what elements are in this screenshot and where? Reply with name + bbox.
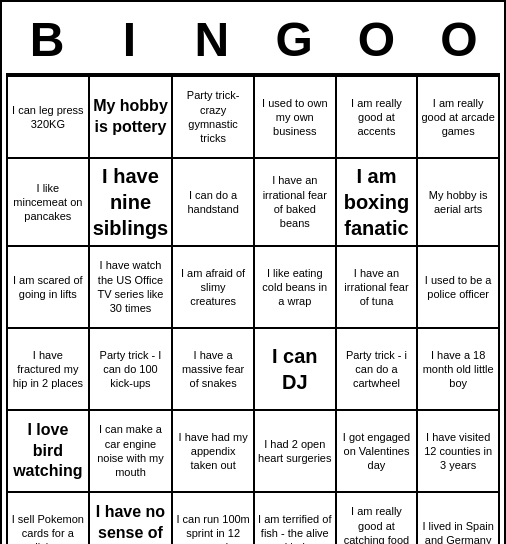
cell-text-32: I can run 100m sprint in 12 seconds [176,512,250,544]
bingo-cell-0[interactable]: I can leg press 320KG [8,77,90,159]
cell-text-16: I have an irrational fear of tuna [340,266,414,309]
bingo-cell-30[interactable]: I sell Pokemon cards for a living [8,493,90,544]
cell-text-4: I am really good at accents [340,96,414,139]
cell-text-11: My hobby is aerial arts [421,188,495,217]
letter-n: N [172,12,252,67]
cell-text-29: I have visited 12 counties in 3 years [421,430,495,473]
cell-text-20: I have a massive fear of snakes [176,348,250,391]
bingo-cell-27[interactable]: I had 2 open heart surgeries [255,411,337,493]
bingo-cell-15[interactable]: I like eating cold beans in a wrap [255,247,337,329]
cell-text-14: I am afraid of slimy creatures [176,266,250,309]
cell-text-13: I have watch the US Office TV series lik… [93,258,169,315]
bingo-card: B I N G O O I can leg press 320KGMy hobb… [0,0,506,544]
bingo-cell-7[interactable]: I have nine siblings [90,159,174,247]
bingo-cell-5[interactable]: I am really good at arcade games [418,77,500,159]
letter-b: B [7,12,87,67]
cell-text-9: I have an irrational fear of baked beans [258,173,332,230]
bingo-cell-4[interactable]: I am really good at accents [337,77,419,159]
bingo-cell-19[interactable]: Party trick - I can do 100 kick-ups [90,329,174,411]
bingo-cell-2[interactable]: Party trick- crazy gymnastic tricks [173,77,255,159]
cell-text-3: I used to own my own business [258,96,332,139]
bingo-cell-26[interactable]: I have had my appendix taken out [173,411,255,493]
cell-text-2: Party trick- crazy gymnastic tricks [176,88,250,145]
cell-text-31: I have no sense of smell [93,502,169,544]
bingo-cell-33[interactable]: I am terrified of fish - the alive kind [255,493,337,544]
cell-text-25: I can make a car engine noise with my mo… [93,422,169,479]
bingo-cell-9[interactable]: I have an irrational fear of baked beans [255,159,337,247]
cell-text-26: I have had my appendix taken out [176,430,250,473]
cell-text-15: I like eating cold beans in a wrap [258,266,332,309]
bingo-cell-14[interactable]: I am afraid of slimy creatures [173,247,255,329]
cell-text-23: I have a 18 month old little boy [421,348,495,391]
bingo-grid: I can leg press 320KGMy hobby is pottery… [6,75,500,544]
bingo-cell-8[interactable]: I can do a handstand [173,159,255,247]
bingo-cell-21[interactable]: I can DJ [255,329,337,411]
bingo-cell-22[interactable]: Party trick - i can do a cartwheel [337,329,419,411]
bingo-cell-16[interactable]: I have an irrational fear of tuna [337,247,419,329]
cell-text-24: I love bird watching [11,420,85,482]
bingo-cell-28[interactable]: I got engaged on Valentines day [337,411,419,493]
cell-text-34: I am really good at catching food in my … [340,504,414,544]
cell-text-1: My hobby is pottery [93,96,169,138]
cell-text-0: I can leg press 320KG [11,103,85,132]
cell-text-12: I am scared of going in lifts [11,273,85,302]
cell-text-17: I used to be a police officer [421,273,495,302]
cell-text-22: Party trick - i can do a cartwheel [340,348,414,391]
bingo-cell-11[interactable]: My hobby is aerial arts [418,159,500,247]
bingo-cell-13[interactable]: I have watch the US Office TV series lik… [90,247,174,329]
bingo-cell-6[interactable]: I like mincemeat on pancakes [8,159,90,247]
cell-text-5: I am really good at arcade games [421,96,495,139]
bingo-cell-3[interactable]: I used to own my own business [255,77,337,159]
letter-i: I [89,12,169,67]
cell-text-30: I sell Pokemon cards for a living [11,512,85,544]
bingo-cell-34[interactable]: I am really good at catching food in my … [337,493,419,544]
bingo-cell-20[interactable]: I have a massive fear of snakes [173,329,255,411]
letter-o1: O [336,12,416,67]
bingo-cell-32[interactable]: I can run 100m sprint in 12 seconds [173,493,255,544]
bingo-cell-18[interactable]: I have fractured my hip in 2 places [8,329,90,411]
bingo-header: B I N G O O [6,6,500,75]
cell-text-21: I can DJ [258,343,332,395]
bingo-cell-23[interactable]: I have a 18 month old little boy [418,329,500,411]
cell-text-6: I like mincemeat on pancakes [11,181,85,224]
cell-text-18: I have fractured my hip in 2 places [11,348,85,391]
bingo-cell-12[interactable]: I am scared of going in lifts [8,247,90,329]
cell-text-7: I have nine siblings [93,163,169,241]
bingo-cell-24[interactable]: I love bird watching [8,411,90,493]
bingo-cell-1[interactable]: My hobby is pottery [90,77,174,159]
cell-text-35: I lived in Spain and Germany [421,519,495,544]
cell-text-33: I am terrified of fish - the alive kind [258,512,332,544]
bingo-cell-35[interactable]: I lived in Spain and Germany [418,493,500,544]
letter-g: G [254,12,334,67]
bingo-cell-25[interactable]: I can make a car engine noise with my mo… [90,411,174,493]
bingo-cell-31[interactable]: I have no sense of smell [90,493,174,544]
letter-o2: O [419,12,499,67]
cell-text-8: I can do a handstand [176,188,250,217]
cell-text-28: I got engaged on Valentines day [340,430,414,473]
bingo-cell-17[interactable]: I used to be a police officer [418,247,500,329]
bingo-cell-10[interactable]: I am boxing fanatic [337,159,419,247]
bingo-cell-29[interactable]: I have visited 12 counties in 3 years [418,411,500,493]
cell-text-27: I had 2 open heart surgeries [258,437,332,466]
cell-text-19: Party trick - I can do 100 kick-ups [93,348,169,391]
cell-text-10: I am boxing fanatic [340,163,414,241]
